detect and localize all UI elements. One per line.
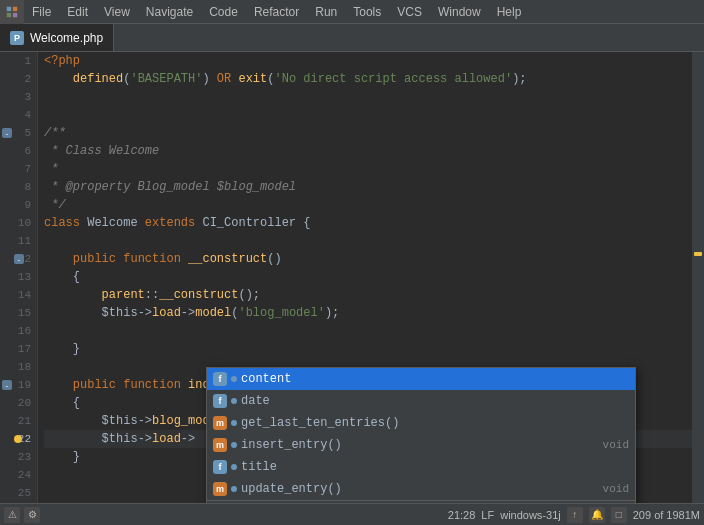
status-icon-monitor: □: [611, 507, 627, 523]
line-ending: LF: [481, 509, 494, 521]
scroll-indicator: [694, 252, 702, 256]
autocomplete-icon-m: m: [213, 416, 227, 430]
code-line-17: }: [44, 340, 692, 358]
fold-5[interactable]: -: [2, 128, 12, 138]
line-num-4: 4: [0, 106, 37, 124]
menu-tools[interactable]: Tools: [345, 2, 389, 22]
autocomplete-dropdown[interactable]: f content f date m get_last_ten_entries(…: [206, 367, 636, 503]
autocomplete-dot6: [231, 486, 237, 492]
code-line-2: defined('BASEPATH') OR exit('No direct s…: [44, 70, 692, 88]
code-line-5: /**: [44, 124, 692, 142]
line-num-11: 11: [0, 232, 37, 250]
code-line-6: * Class Welcome: [44, 142, 692, 160]
app-logo: [0, 0, 24, 24]
line-num-19: - 19: [0, 376, 37, 394]
code-line-15: $this->load->model('blog_model');: [44, 304, 692, 322]
status-icon-bell: 🔔: [589, 507, 605, 523]
code-line-13: {: [44, 268, 692, 286]
autocomplete-item-update[interactable]: m update_entry() void: [207, 478, 635, 500]
autocomplete-dot5: [231, 464, 237, 470]
menu-code[interactable]: Code: [201, 2, 246, 22]
right-scroll-gutter: [692, 52, 704, 503]
autocomplete-label: content: [241, 372, 629, 386]
php-file-icon: P: [10, 31, 24, 45]
code-line-11: [44, 232, 692, 250]
menu-run[interactable]: Run: [307, 2, 345, 22]
menu-view[interactable]: View: [96, 2, 138, 22]
menu-vcs[interactable]: VCS: [389, 2, 430, 22]
autocomplete-dot2: [231, 398, 237, 404]
status-right: 21:28 LF windows-31j ↑ 🔔 □ 209 of 1981M: [448, 507, 700, 523]
code-line-8: * @property Blog_model $blog_model: [44, 178, 692, 196]
menu-help[interactable]: Help: [489, 2, 530, 22]
autocomplete-label-date: date: [241, 394, 629, 408]
autocomplete-item-get[interactable]: m get_last_ten_entries(): [207, 412, 635, 434]
line-num-17: 17: [0, 340, 37, 358]
line-num-8: 8: [0, 178, 37, 196]
menu-file[interactable]: File: [24, 2, 59, 22]
autocomplete-item-content[interactable]: f content: [207, 368, 635, 390]
line-num-15: 15: [0, 304, 37, 322]
line-gutter: 1 2 3 4 - 5 6 7 8 9 10 11 - 12 13 14 15 …: [0, 52, 38, 503]
line-num-24: 24: [0, 466, 37, 484]
status-icon-share: ↑: [567, 507, 583, 523]
code-line-4: [44, 106, 692, 124]
autocomplete-icon-m2: m: [213, 438, 227, 452]
line-num-20: 20: [0, 394, 37, 412]
code-editor[interactable]: <?php defined('BASEPATH') OR exit('No di…: [38, 52, 692, 503]
status-left: ⚠ ⚙: [4, 507, 40, 523]
line-num-10: 10: [0, 214, 37, 232]
status-bar: ⚠ ⚙ 21:28 LF windows-31j ↑ 🔔 □ 209 of 19…: [0, 503, 704, 525]
line-num-12: - 12: [0, 250, 37, 268]
autocomplete-item-title[interactable]: f title: [207, 456, 635, 478]
menu-window[interactable]: Window: [430, 2, 489, 22]
autocomplete-item-date[interactable]: f date: [207, 390, 635, 412]
code-line-9: */: [44, 196, 692, 214]
line-num-18: 18: [0, 358, 37, 376]
autocomplete-item-insert[interactable]: m insert_entry() void: [207, 434, 635, 456]
line-num-5: - 5: [0, 124, 37, 142]
tab-welcome-php[interactable]: P Welcome.php: [0, 24, 114, 51]
code-line-7: *: [44, 160, 692, 178]
charset: windows-31j: [500, 509, 561, 521]
line-num-25: 25: [0, 484, 37, 502]
line-num-9: 9: [0, 196, 37, 214]
line-num-1: 1: [0, 52, 37, 70]
svg-rect-0: [7, 6, 11, 10]
autocomplete-dot3: [231, 420, 237, 426]
svg-rect-3: [13, 12, 17, 16]
memory-usage: 209 of 1981M: [633, 509, 700, 521]
tab-bar: P Welcome.php: [0, 24, 704, 52]
menu-refactor[interactable]: Refactor: [246, 2, 307, 22]
current-line-indicator: [14, 435, 22, 443]
line-num-21: 21: [0, 412, 37, 430]
line-num-2: 2: [0, 70, 37, 88]
autocomplete-icon-m3: m: [213, 482, 227, 496]
line-num-3: 3: [0, 88, 37, 106]
line-num-16: 16: [0, 322, 37, 340]
fold-12[interactable]: -: [14, 254, 24, 264]
code-line-1: <?php: [44, 52, 692, 70]
autocomplete-type-update: void: [603, 483, 629, 495]
code-line-16: [44, 322, 692, 340]
autocomplete-label-title: title: [241, 460, 629, 474]
svg-rect-2: [7, 12, 11, 16]
autocomplete-dot: [231, 376, 237, 382]
autocomplete-icon-f2: f: [213, 394, 227, 408]
code-line-12: public function __construct(): [44, 250, 692, 268]
svg-rect-1: [13, 6, 17, 10]
line-num-22: 22: [0, 430, 37, 448]
autocomplete-label-get: get_last_ten_entries(): [241, 416, 629, 430]
code-line-3: [44, 88, 692, 106]
autocomplete-dot4: [231, 442, 237, 448]
line-num-23: 23: [0, 448, 37, 466]
line-num-13: 13: [0, 268, 37, 286]
menu-navigate[interactable]: Navigate: [138, 2, 201, 22]
line-num-7: 7: [0, 160, 37, 178]
autocomplete-label-insert: insert_entry(): [241, 438, 599, 452]
autocomplete-icon-f: f: [213, 372, 227, 386]
status-icon-left: ⚠: [4, 507, 20, 523]
autocomplete-type-insert: void: [603, 439, 629, 451]
menu-edit[interactable]: Edit: [59, 2, 96, 22]
fold-19[interactable]: -: [2, 380, 12, 390]
